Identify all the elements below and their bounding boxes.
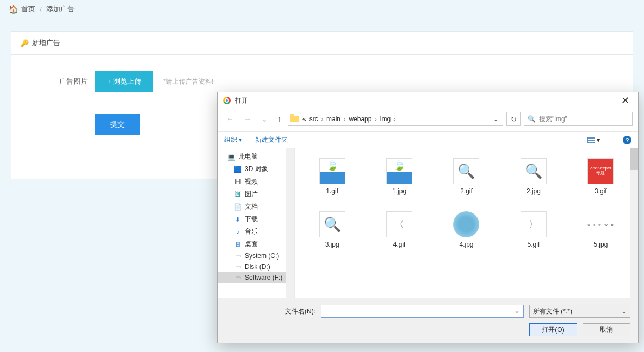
drv-icon: ▭ [234, 252, 242, 260]
file-thumbnail [319, 158, 345, 184]
file-thumbnail: 🔍 [319, 211, 345, 237]
tree-item[interactable]: ▭System (C:) [218, 250, 294, 261]
img-label: 广告图片 [33, 77, 88, 86]
path-pre: « [302, 115, 306, 123]
organize-button[interactable]: 组织 ▾ [224, 135, 242, 144]
3d-icon: 🟦 [234, 166, 242, 173]
file-thumbnail: 🔍 [453, 158, 479, 184]
file-name: 3.jpg [325, 241, 339, 248]
file-name: 2.jpg [527, 187, 541, 195]
file-item[interactable]: 🔍2.gif [436, 158, 497, 195]
tree-label: 3D 对象 [245, 165, 268, 174]
file-name: 5.gif [528, 241, 540, 248]
path-seg[interactable]: webapp [349, 115, 371, 123]
tree-item[interactable]: 💻此电脑 [218, 150, 294, 163]
file-thumbnail: ZooKeeper专题 [587, 158, 614, 184]
tree-label: 文档 [245, 202, 258, 211]
file-list[interactable]: 1.gif1.jpg🔍2.gif🔍2.jpgZooKeeper专题3.gif🔍3… [295, 148, 638, 298]
path-bar[interactable]: « src› main› webapp› img› ⌄ [288, 112, 503, 126]
dialog-footer: 文件名(N): 所有文件 (*.*) 打开(O) 取消 [218, 298, 638, 343]
panel-title: 新增广告 [32, 38, 60, 48]
path-seg[interactable]: main [326, 115, 340, 123]
path-dropdown[interactable]: ⌄ [491, 116, 500, 123]
open-button[interactable]: 打开(O) [529, 323, 577, 336]
drv-icon: ▭ [234, 263, 242, 271]
cancel-button[interactable]: 取消 [583, 323, 630, 336]
breadcrumb-home[interactable]: 首页 [21, 4, 35, 14]
dialog-titlebar: 打开 ✕ [218, 92, 638, 109]
file-item[interactable]: 1.gif [301, 158, 363, 195]
preview-pane-button[interactable] [608, 137, 615, 143]
view-mode-button[interactable]: ▾ [587, 136, 600, 144]
tree-label: System (C:) [245, 252, 279, 260]
tree-item[interactable]: ▭Software (F:) [218, 272, 294, 283]
browse-upload-button[interactable]: + 浏览上传 [95, 71, 153, 92]
file-item[interactable]: 🔍2.jpg [503, 158, 564, 195]
tree-item[interactable]: 🖥桌面 [218, 238, 294, 250]
file-item[interactable]: 〈4.gif [368, 211, 430, 248]
breadcrumb-sep: / [40, 5, 42, 14]
tree-label: 音乐 [245, 227, 258, 236]
tree-item[interactable]: ▭Disk (D:) [218, 261, 294, 272]
scrollbar[interactable] [630, 148, 638, 298]
file-item[interactable]: 4.jpg [436, 211, 497, 248]
tree-label: 视频 [245, 177, 258, 186]
file-item[interactable]: 〉5.gif [503, 211, 564, 248]
file-name: 4.jpg [459, 241, 473, 248]
filename-input[interactable] [321, 305, 524, 318]
new-folder-button[interactable]: 新建文件夹 [255, 135, 288, 144]
file-item[interactable]: 1.jpg [368, 158, 430, 195]
dl-icon: ⬇ [234, 216, 242, 223]
refresh-button[interactable]: ↻ [506, 112, 521, 126]
tree-item[interactable]: 🎞视频 [218, 175, 294, 188]
filename-label: 文件名(N): [285, 307, 315, 316]
file-item[interactable]: f_o_r_e_w_e_i5.jpg [570, 211, 631, 248]
file-name: 3.gif [595, 187, 607, 195]
tree-item[interactable]: ♪音乐 [218, 225, 294, 238]
tree-label: Disk (D:) [245, 263, 270, 271]
tree-label: 下载 [245, 215, 258, 224]
submit-button[interactable]: 提交 [95, 114, 140, 135]
tree-label: Software (F:) [245, 274, 282, 281]
file-thumbnail: 〈 [386, 211, 412, 237]
dialog-title: 打开 [235, 96, 248, 105]
file-item[interactable]: ZooKeeper专题3.gif [570, 158, 631, 195]
file-name: 4.gif [393, 241, 406, 248]
file-name: 5.jpg [593, 241, 608, 248]
tree-item[interactable]: 📄文档 [218, 200, 294, 213]
tree-label: 桌面 [245, 240, 258, 249]
drv-icon: ▭ [234, 274, 242, 281]
file-thumbnail [386, 158, 412, 184]
dialog-nav: ← → ⌄ ↑ « src› main› webapp› img› ⌄ ↻ 🔍 … [218, 109, 638, 131]
file-name: 2.gif [460, 187, 473, 195]
tree-item[interactable]: ⬇下载 [218, 213, 294, 225]
nav-recent-button[interactable]: ⌄ [258, 112, 271, 125]
nav-forward-button[interactable]: → [240, 112, 255, 125]
file-thumbnail [453, 211, 479, 237]
file-thumbnail: 🔍 [521, 158, 547, 184]
nav-up-button[interactable]: ↑ [274, 112, 284, 125]
breadcrumb: 🏠 首页 / 添加广告 [0, 0, 644, 20]
nav-back-button[interactable]: ← [223, 112, 237, 125]
search-input[interactable]: 🔍 搜索"img" [524, 112, 633, 126]
folder-tree[interactable]: 💻此电脑🟦3D 对象🎞视频🖼图片📄文档⬇下载♪音乐🖥桌面▭System (C:)… [218, 148, 295, 298]
path-seg[interactable]: src [309, 115, 318, 123]
close-button[interactable]: ✕ [618, 96, 633, 105]
upload-hint: *请上传广告资料! [163, 77, 213, 86]
tree-label: 此电脑 [238, 152, 258, 161]
file-name: 1.gif [326, 187, 338, 195]
tree-item[interactable]: 🖼图片 [218, 188, 294, 200]
desk-icon: 🖥 [234, 241, 242, 248]
panel-header: 🔑 新增广告 [11, 32, 633, 55]
pc-icon: 💻 [227, 153, 235, 161]
img-icon: 🖼 [234, 191, 242, 198]
tree-item[interactable]: 🟦3D 对象 [218, 163, 294, 175]
file-item[interactable]: 🔍3.jpg [301, 211, 363, 248]
filetype-select[interactable]: 所有文件 (*.*) [529, 305, 630, 318]
breadcrumb-current: 添加广告 [46, 4, 75, 14]
folder-icon [290, 116, 299, 122]
chrome-icon [223, 97, 231, 104]
vid-icon: 🎞 [234, 178, 242, 186]
path-seg[interactable]: img [380, 115, 391, 123]
help-button[interactable]: ? [623, 136, 631, 144]
